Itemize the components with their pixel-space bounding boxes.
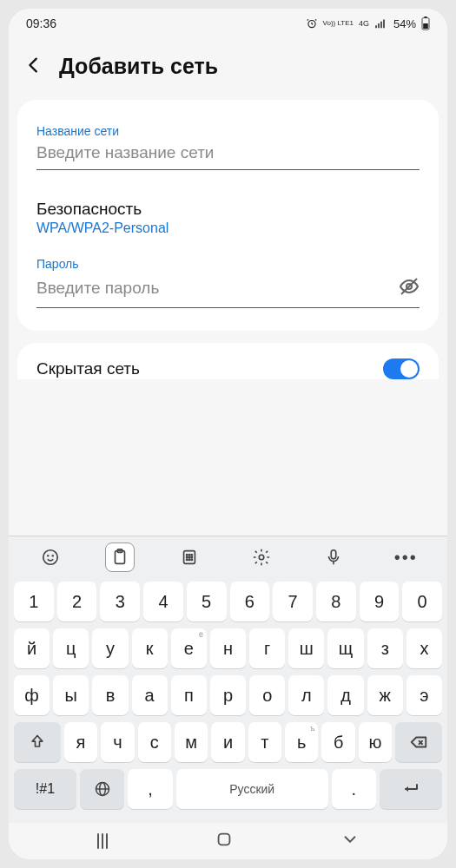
status-battery: 54% (393, 17, 416, 30)
key-ы[interactable]: ы (53, 675, 89, 715)
key-з[interactable]: з (367, 628, 403, 668)
key-backspace[interactable] (395, 722, 442, 762)
network-name-input[interactable]: Введите название сети (36, 143, 420, 170)
svg-rect-2 (378, 23, 380, 28)
key-6[interactable]: 6 (230, 582, 270, 621)
key-с[interactable]: с (138, 722, 171, 762)
svg-rect-29 (218, 834, 229, 845)
key-ь[interactable]: ьъ (285, 722, 318, 762)
key-0[interactable]: 0 (402, 582, 442, 621)
security-label: Безопасность (36, 200, 420, 219)
key-в[interactable]: в (92, 675, 128, 715)
svg-point-22 (186, 559, 187, 560)
kb-row-1: йцукеёнгшщзх (12, 628, 444, 668)
key-4[interactable]: 4 (143, 582, 183, 621)
svg-rect-7 (423, 23, 428, 29)
key-enter[interactable] (380, 769, 442, 809)
mic-icon[interactable] (316, 540, 351, 575)
nav-bar (9, 823, 447, 859)
key-л[interactable]: л (288, 675, 324, 715)
kb-row-bottom: !#1 , Русский . (12, 769, 444, 809)
key-ш[interactable]: ш (288, 628, 324, 668)
key-ч[interactable]: ч (101, 722, 134, 762)
key-а[interactable]: а (132, 675, 168, 715)
status-net1: Vo)) LTE1 (323, 20, 354, 27)
statusbar: 09:36 Vo)) LTE1 4G 54% (9, 9, 447, 38)
key-д[interactable]: д (327, 675, 363, 715)
key-х[interactable]: х (406, 628, 442, 668)
key-language[interactable] (80, 769, 124, 809)
svg-point-19 (186, 556, 187, 557)
key-symbols[interactable]: !#1 (14, 769, 76, 809)
toggle-password-visibility-icon[interactable] (399, 276, 420, 300)
keypad-icon[interactable] (172, 540, 207, 575)
key-м[interactable]: м (175, 722, 208, 762)
key-comma[interactable]: , (128, 769, 172, 809)
svg-point-11 (47, 556, 48, 556)
key-о[interactable]: о (249, 675, 285, 715)
key-5[interactable]: 5 (187, 582, 227, 621)
key-г[interactable]: г (249, 628, 285, 668)
key-ц[interactable]: ц (53, 628, 89, 668)
key-ж[interactable]: ж (367, 675, 403, 715)
clipboard-icon[interactable] (105, 542, 135, 572)
more-icon[interactable]: ••• (388, 540, 423, 575)
key-3[interactable]: 3 (100, 582, 140, 621)
svg-point-24 (191, 559, 192, 560)
svg-point-21 (191, 556, 192, 557)
keyboard: ••• 1234567890 йцукеёнгшщзх фывапролджэ … (9, 536, 447, 823)
svg-rect-4 (383, 20, 385, 29)
svg-rect-3 (380, 22, 382, 29)
signal-icon (374, 18, 388, 29)
page-header: Добавить сеть (9, 38, 447, 100)
keyboard-toolbar: ••• (9, 536, 447, 578)
network-form-card: Название сети Введите название сети Безо… (17, 100, 439, 331)
key-7[interactable]: 7 (273, 582, 313, 621)
key-8[interactable]: 8 (316, 582, 356, 621)
key-й[interactable]: й (14, 628, 50, 668)
key-р[interactable]: р (210, 675, 246, 715)
key-п[interactable]: п (171, 675, 207, 715)
key-2[interactable]: 2 (57, 582, 97, 621)
key-у[interactable]: у (92, 628, 128, 668)
alarm-icon (306, 17, 318, 30)
nav-back[interactable] (340, 830, 360, 852)
svg-point-17 (188, 555, 189, 556)
security-value[interactable]: WPA/WPA2-Personal (36, 220, 420, 236)
hidden-network-label: Скрытая сеть (36, 359, 140, 378)
back-button[interactable] (24, 56, 43, 78)
network-name-label: Название сети (36, 124, 420, 138)
nav-home[interactable] (215, 830, 234, 852)
key-т[interactable]: т (248, 722, 281, 762)
key-е[interactable]: её (171, 628, 207, 668)
key-н[interactable]: н (210, 628, 246, 668)
svg-rect-6 (424, 16, 426, 18)
emoji-icon[interactable] (33, 540, 68, 575)
key-я[interactable]: я (64, 722, 97, 762)
key-щ[interactable]: щ (327, 628, 363, 668)
status-time: 09:36 (26, 16, 56, 30)
page-title: Добавить сеть (59, 54, 218, 79)
key-dot[interactable]: . (332, 769, 376, 809)
hidden-network-toggle[interactable] (383, 358, 420, 379)
key-ф[interactable]: ф (14, 675, 50, 715)
kb-row-2: фывапролджэ (12, 675, 444, 715)
settings-icon[interactable] (244, 540, 279, 575)
key-1[interactable]: 1 (14, 582, 54, 621)
password-label: Пароль (36, 257, 420, 271)
svg-rect-26 (331, 550, 336, 559)
key-ю[interactable]: ю (359, 722, 392, 762)
hidden-network-row[interactable]: Скрытая сеть (17, 343, 439, 379)
key-9[interactable]: 9 (360, 582, 400, 621)
battery-icon (421, 16, 430, 30)
key-б[interactable]: б (321, 722, 354, 762)
key-space[interactable]: Русский (176, 769, 328, 809)
key-shift[interactable] (14, 722, 61, 762)
key-и[interactable]: и (211, 722, 244, 762)
svg-point-20 (188, 556, 189, 557)
key-к[interactable]: к (132, 628, 168, 668)
key-э[interactable]: э (406, 675, 442, 715)
svg-point-18 (191, 555, 192, 556)
nav-recent[interactable] (97, 833, 108, 849)
password-input[interactable]: Введите пароль (36, 276, 420, 308)
